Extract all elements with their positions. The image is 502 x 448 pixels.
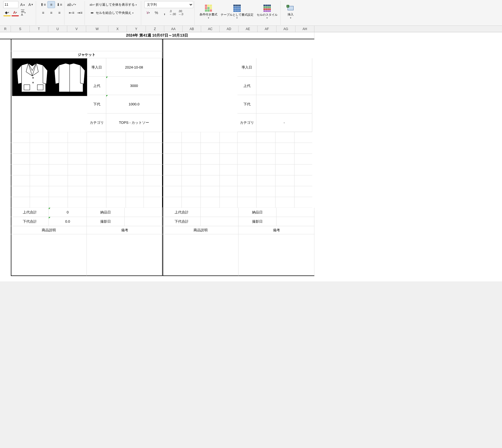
- desc-body[interactable]: [11, 234, 87, 276]
- gedai-total-value[interactable]: 0.0: [49, 217, 87, 226]
- gedai-label[interactable]: 下代: [87, 95, 106, 113]
- intro-date-value[interactable]: 2024-10-08: [106, 58, 162, 77]
- joudai-label-r[interactable]: 上代: [237, 77, 256, 95]
- category-value-r[interactable]: -: [256, 113, 312, 132]
- decrease-indent-button[interactable]: ⇤≡: [68, 9, 75, 16]
- increase-decimal-button[interactable]: .0←.00: [169, 9, 176, 16]
- desc-body-r[interactable]: [163, 234, 239, 276]
- desc-header-r[interactable]: 商品説明: [163, 226, 239, 234]
- align-middle-button[interactable]: ≡: [47, 1, 55, 8]
- format-as-table-button[interactable]: テーブルとして書式設定: [219, 1, 255, 23]
- font-size-input[interactable]: [3, 1, 18, 8]
- insert-button[interactable]: + 挿入: [284, 1, 297, 23]
- nouhin-label[interactable]: 納品日: [87, 208, 125, 217]
- column-header[interactable]: W: [86, 26, 108, 32]
- align-right-button[interactable]: ≡: [56, 9, 63, 16]
- percent-button[interactable]: %: [153, 9, 160, 16]
- gedai-value-r[interactable]: [256, 95, 312, 113]
- decrease-font-button[interactable]: A▼: [27, 1, 35, 8]
- gedai-total-label-r[interactable]: 下代合計: [163, 217, 201, 226]
- orientation-button[interactable]: ab⤢: [68, 1, 75, 8]
- conditional-formatting-icon: [205, 5, 212, 12]
- align-left-button[interactable]: ≡: [39, 9, 47, 16]
- joudai-total-value[interactable]: 0: [49, 208, 87, 217]
- satsuei-label[interactable]: 撮影日: [87, 217, 125, 226]
- styles-group: 条件付き書式 テーブルとして書式設定 セルのスタイル: [197, 1, 281, 25]
- category-value[interactable]: TOPS - カットソー: [106, 113, 162, 132]
- column-header[interactable]: AG: [276, 26, 295, 32]
- joudai-label[interactable]: 上代: [87, 77, 106, 95]
- joudai-value-r[interactable]: [256, 77, 312, 95]
- gedai-label-r[interactable]: 下代: [237, 95, 256, 113]
- merge-center-label: セルを結合して中央揃え: [96, 11, 134, 15]
- nouhin-value-r[interactable]: [276, 208, 314, 217]
- nouhin-value[interactable]: [125, 208, 163, 217]
- remarks-header[interactable]: 備考: [87, 226, 163, 234]
- joudai-total-value-r[interactable]: [201, 208, 239, 217]
- align-top-button[interactable]: ⬆≡: [39, 1, 47, 8]
- column-header[interactable]: Z: [146, 26, 164, 32]
- number-format-select[interactable]: 文字列: [144, 1, 193, 8]
- cell-styles-icon: [263, 5, 271, 12]
- intro-date-value-r[interactable]: [256, 58, 312, 77]
- product-image-cell[interactable]: [12, 58, 87, 96]
- gedai-value[interactable]: 1000.0: [106, 95, 162, 113]
- column-headers: RSTUVWXYZAAABACADAEAFAGAH: [0, 26, 502, 32]
- remarks-body-r[interactable]: [239, 234, 314, 276]
- empty-grid-area[interactable]: [11, 132, 312, 208]
- currency-button[interactable]: ¥: [144, 9, 152, 16]
- desc-header[interactable]: 商品説明: [11, 226, 87, 234]
- column-header[interactable]: AH: [295, 26, 314, 32]
- column-header[interactable]: U: [48, 26, 67, 32]
- column-header[interactable]: AD: [220, 26, 239, 32]
- increase-font-button[interactable]: A▲: [19, 1, 27, 8]
- fill-color-button[interactable]: ◆: [3, 9, 11, 16]
- column-header[interactable]: AA: [164, 26, 183, 32]
- column-header[interactable]: Y: [127, 26, 146, 32]
- nouhin-label-r[interactable]: 納品日: [239, 208, 276, 217]
- phonetic-button[interactable]: abA: [20, 9, 27, 16]
- remarks-header-r[interactable]: 備考: [239, 226, 314, 234]
- joudai-total-label-r[interactable]: 上代合計: [163, 208, 201, 217]
- category-label-r[interactable]: カテゴリ: [237, 113, 256, 132]
- column-header[interactable]: T: [30, 26, 48, 32]
- column-header[interactable]: V: [67, 26, 86, 32]
- joudai-total-label[interactable]: 上代合計: [11, 208, 49, 217]
- decrease-decimal-button[interactable]: .00→.0: [177, 9, 185, 16]
- increase-indent-button[interactable]: ⇥≡: [76, 9, 83, 16]
- column-header[interactable]: X: [108, 26, 127, 32]
- comma-button[interactable]: ,: [161, 9, 168, 16]
- column-header[interactable]: AC: [201, 26, 220, 32]
- error-marker-icon: [49, 208, 50, 209]
- spreadsheet-grid[interactable]: 2024年 第41週 10月07日～10月13日 ジャケット: [0, 32, 502, 281]
- svg-rect-2: [37, 85, 43, 90]
- conditional-formatting-button[interactable]: 条件付き書式: [198, 1, 219, 23]
- cell-styles-button[interactable]: セルのスタイル: [255, 1, 279, 23]
- intro-date-label-r[interactable]: 導入日: [237, 58, 256, 77]
- remarks-body[interactable]: [87, 234, 163, 276]
- product-title[interactable]: ジャケット: [11, 51, 163, 58]
- gedai-total-value-r[interactable]: [201, 217, 239, 226]
- font-color-button[interactable]: A: [11, 9, 19, 16]
- week-header-cell[interactable]: 2024年 第41週 10月07日～10月13日: [0, 32, 314, 39]
- column-header[interactable]: R: [0, 26, 11, 32]
- wrap-text-button[interactable]: ab↵ 折り返して全体を表示する: [88, 1, 140, 8]
- error-marker-icon: [106, 95, 108, 97]
- joudai-value[interactable]: 3000: [106, 77, 162, 95]
- column-header[interactable]: AE: [239, 26, 258, 32]
- align-bottom-button[interactable]: ⬇≡: [56, 1, 63, 8]
- satsuei-value-r[interactable]: [276, 217, 314, 226]
- left-blank-top[interactable]: [11, 39, 163, 51]
- satsuei-value[interactable]: [125, 217, 163, 226]
- intro-date-label[interactable]: 導入日: [87, 58, 106, 77]
- jacket-image: [12, 59, 87, 96]
- merge-center-button[interactable]: ⬌ セルを結合して中央揃え: [88, 9, 140, 16]
- satsuei-label-r[interactable]: 撮影日: [239, 217, 276, 226]
- gedai-total-label[interactable]: 下代合計: [11, 217, 49, 226]
- category-label[interactable]: カテゴリ: [87, 113, 106, 132]
- column-header[interactable]: AF: [258, 26, 276, 32]
- wrap-merge-group: ab↵ 折り返して全体を表示する ⬌ セルを結合して中央揃え: [87, 1, 141, 25]
- column-header[interactable]: S: [11, 26, 30, 32]
- align-center-button[interactable]: ≡: [47, 9, 55, 16]
- column-header[interactable]: AB: [183, 26, 201, 32]
